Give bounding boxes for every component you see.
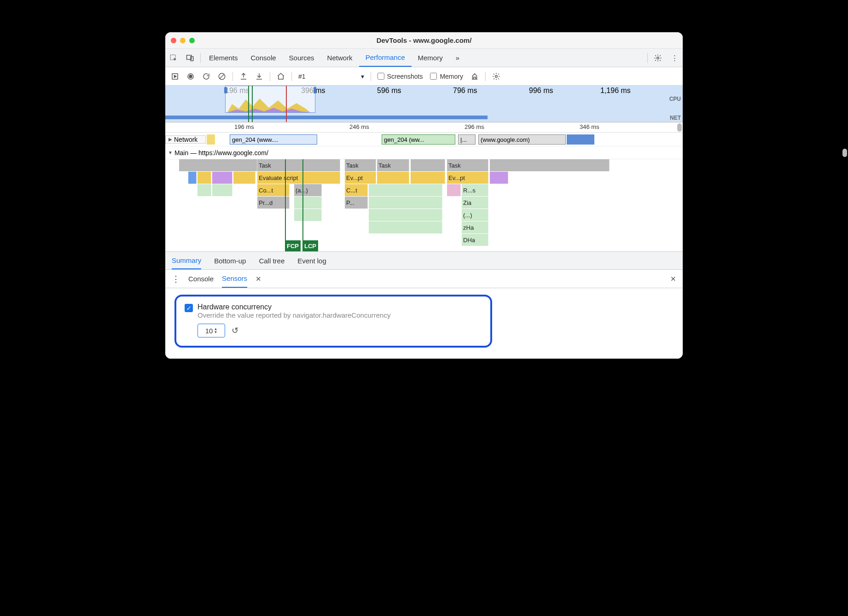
flame-bar[interactable] [490, 159, 610, 171]
flame-bar[interactable]: Task [377, 159, 409, 171]
hardware-concurrency-input[interactable]: 10 ▲▼ [197, 324, 225, 337]
timing-marker[interactable]: LCP [302, 240, 318, 251]
drawer-tab-console[interactable]: Console [188, 270, 214, 288]
flame-bar[interactable]: Task [447, 159, 488, 171]
tab-sources[interactable]: Sources [283, 49, 321, 67]
tab-network[interactable]: Network [321, 49, 359, 67]
stepper-icon[interactable]: ▲▼ [214, 327, 217, 334]
flame-bar[interactable] [179, 159, 257, 171]
flame-bar[interactable] [233, 172, 256, 184]
clear-icon[interactable] [214, 69, 230, 84]
selection-handle-right[interactable] [314, 87, 316, 93]
tab-overflow[interactable]: » [449, 49, 466, 67]
flame-bar[interactable] [447, 184, 461, 196]
flame-bar[interactable] [197, 184, 211, 196]
net-activity [165, 116, 488, 119]
flame-bar[interactable] [212, 184, 232, 196]
panel-tabbar: Elements Console Sources Network Perform… [165, 49, 683, 67]
flame-bar[interactable] [294, 209, 322, 221]
network-request-bar[interactable] [207, 134, 215, 145]
tab-performance[interactable]: Performance [359, 49, 412, 67]
home-icon[interactable] [273, 69, 289, 84]
capture-settings-icon[interactable] [488, 69, 504, 84]
flame-bar[interactable] [294, 197, 322, 209]
flame-bar[interactable]: Zia [462, 197, 488, 209]
selection-handle-left[interactable] [224, 87, 227, 93]
tab-memory[interactable]: Memory [412, 49, 449, 67]
record-icon[interactable] [183, 69, 198, 84]
flame-bar[interactable] [369, 221, 442, 233]
network-request-bar[interactable]: |... [458, 134, 476, 145]
timeline-tick: 346 ms [580, 123, 599, 130]
flame-bar[interactable]: P... [345, 197, 368, 209]
drawer-menu-icon[interactable]: ⋮ [172, 274, 180, 284]
minimize-window-button[interactable] [180, 38, 186, 43]
overview-pane[interactable]: 196 ms 396 ms 596 ms 796 ms 996 ms 1,196… [165, 86, 683, 122]
flame-chart[interactable]: TaskTaskTaskTaskEvaluate scriptEv...ptEv… [165, 159, 683, 251]
network-label: Network [174, 136, 197, 143]
hardware-concurrency-checkbox[interactable]: ✓ [185, 304, 193, 312]
garbage-collect-icon[interactable] [467, 69, 482, 84]
flame-bar[interactable]: zHa [462, 221, 488, 233]
flame-bar[interactable] [377, 172, 409, 184]
flame-bar[interactable] [369, 197, 442, 209]
devtools-window: DevTools - www.google.com/ Elements Cons… [165, 32, 683, 359]
network-request-bar[interactable]: gen_204 (www.... [230, 134, 317, 145]
flame-bar[interactable]: Ev...pt [447, 172, 488, 184]
tab-elements[interactable]: Elements [203, 49, 244, 67]
scrollbar-thumb[interactable] [677, 123, 682, 132]
flame-bar[interactable]: (...) [462, 209, 488, 221]
tab-event-log[interactable]: Event log [297, 252, 326, 269]
flame-bar[interactable]: (a...) [294, 184, 322, 196]
flame-bar[interactable] [490, 172, 508, 184]
close-drawer-tab-icon[interactable]: ✕ [256, 275, 261, 283]
maximize-window-button[interactable] [189, 38, 195, 43]
recording-select[interactable]: #1▾ [298, 73, 364, 80]
upload-icon[interactable] [236, 69, 251, 84]
flame-bar[interactable] [411, 159, 445, 171]
flame-bar[interactable]: C...t [345, 184, 368, 196]
settings-icon[interactable] [650, 54, 666, 62]
drawer-tab-sensors[interactable]: Sensors [222, 270, 247, 288]
flame-bar[interactable] [197, 172, 211, 184]
tab-console[interactable]: Console [244, 49, 283, 67]
flame-bar[interactable]: Ev...pt [345, 172, 376, 184]
memory-checkbox[interactable]: Memory [430, 73, 463, 80]
record-next-icon[interactable] [167, 69, 183, 84]
main-track-header[interactable]: ▼ Main — https://www.google.com/ [165, 146, 683, 159]
flame-bar[interactable] [188, 172, 197, 184]
expand-icon: ▶ [168, 137, 172, 142]
close-window-button[interactable] [171, 38, 176, 43]
flame-bar[interactable] [411, 172, 445, 184]
timing-marker-line [302, 159, 303, 251]
flame-bar[interactable] [212, 172, 232, 184]
timeline-tick: 296 ms [465, 123, 484, 130]
tab-bottom-up[interactable]: Bottom-up [214, 252, 246, 269]
network-request-bar[interactable] [567, 134, 594, 145]
flame-bar[interactable] [369, 184, 442, 196]
flame-bar[interactable]: Task [257, 159, 340, 171]
hardware-concurrency-value: 10 [205, 327, 213, 335]
overview-tick: 996 ms [529, 87, 553, 95]
kebab-menu-icon[interactable]: ⋮ [666, 54, 683, 62]
network-request-bar[interactable]: (www.google.com) [478, 134, 566, 145]
reload-record-icon[interactable] [198, 69, 214, 84]
reset-icon[interactable]: ↺ [232, 325, 238, 336]
tab-summary[interactable]: Summary [172, 252, 201, 269]
timing-marker[interactable]: FCP [285, 240, 301, 251]
inspect-icon[interactable] [165, 54, 182, 62]
network-track-header[interactable]: ▶Network [165, 135, 206, 144]
flame-bar[interactable]: R...s [462, 184, 488, 196]
device-toggle-icon[interactable] [182, 54, 198, 62]
download-icon[interactable] [251, 69, 267, 84]
close-drawer-icon[interactable]: ✕ [670, 275, 676, 283]
overview-tick: 596 ms [377, 87, 401, 95]
flame-bar[interactable] [369, 209, 442, 221]
network-request-bar[interactable]: gen_204 (ww... [382, 134, 455, 145]
flame-bar[interactable]: Evaluate script [257, 172, 340, 184]
tab-call-tree[interactable]: Call tree [259, 252, 285, 269]
flame-bar[interactable]: DHa [462, 234, 488, 246]
screenshots-checkbox[interactable]: Screenshots [378, 73, 423, 80]
flame-bar[interactable]: Task [345, 159, 376, 171]
network-track[interactable]: ▶Network gen_204 (www....gen_204 (ww...|… [165, 133, 683, 146]
